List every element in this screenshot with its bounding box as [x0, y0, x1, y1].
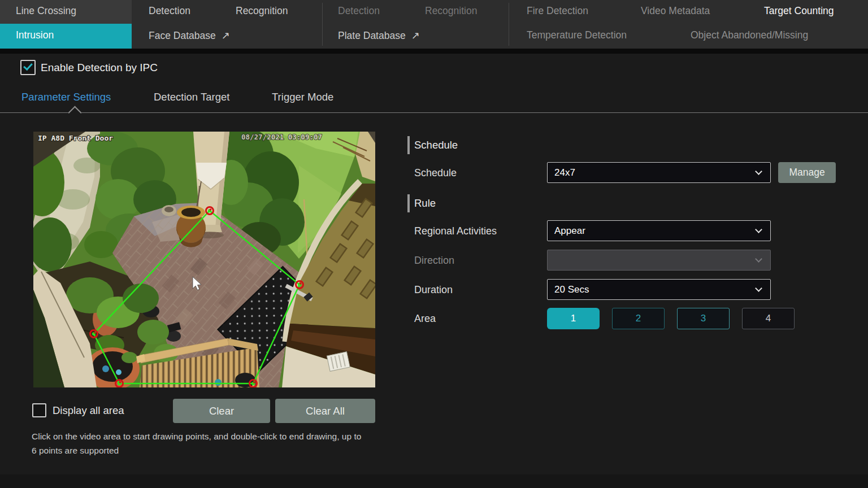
camera-scene: IP A8D Front Door 08/27/2021 03:09:07 — [33, 132, 375, 387]
duration-label: Duration — [414, 284, 453, 296]
nav-tab-recognition-plate: Recognition — [425, 5, 477, 17]
regional-activities-dropdown[interactable]: Appear — [547, 220, 771, 241]
area-button-4[interactable]: 4 — [742, 308, 795, 329]
schedule-label: Schedule — [414, 167, 457, 179]
nav-tab-object-abandoned: Object Abandoned/Missing — [691, 29, 808, 41]
nav-tab-face-database[interactable]: Face Database↗ — [149, 29, 230, 42]
area-button-2[interactable]: 2 — [612, 308, 665, 329]
nav-tab-intrusion[interactable]: Intrusion — [0, 24, 132, 49]
area-button-1[interactable]: 1 — [547, 308, 600, 329]
nav-tab-fire-detection: Fire Detection — [527, 5, 588, 17]
manage-button[interactable]: Manage — [778, 162, 836, 183]
chevron-down-icon — [755, 285, 762, 292]
nav-divider — [509, 3, 509, 46]
schedule-section-title: Schedule — [414, 139, 458, 151]
enable-detection-checkbox[interactable] — [20, 60, 36, 75]
duration-value: 20 Secs — [554, 284, 589, 295]
schedule-section-bar — [407, 136, 410, 154]
rule-section-title: Rule — [414, 197, 436, 210]
nav-tab-intrusion-label: Intrusion — [16, 29, 54, 41]
chevron-down-icon — [755, 255, 762, 263]
nav-bottom-divider — [0, 49, 868, 54]
nav-tab-video-metadata: Video Metadata — [641, 5, 710, 17]
drawing-hint-text: Click on the video area to start drawing… — [32, 429, 362, 457]
tab-detection-target[interactable]: Detection Target — [154, 91, 229, 103]
tab-parameter-settings[interactable]: Parameter Settings — [21, 91, 111, 103]
chevron-down-icon — [755, 168, 762, 175]
regional-activities-value: Appear — [554, 225, 585, 236]
nav-tab-detection-plate: Detection — [338, 5, 380, 17]
osd-camera-name: IP A8D Front Door — [38, 134, 113, 142]
tab-trigger-mode[interactable]: Trigger Mode — [272, 91, 333, 103]
nav-tab-target-counting[interactable]: Target Counting — [764, 5, 834, 17]
display-all-area-label: Display all area — [53, 404, 124, 417]
display-all-area-checkbox[interactable] — [32, 403, 46, 417]
nav-tab-face-database-label: Face Database — [149, 30, 216, 41]
tabs-divider-line — [0, 112, 868, 113]
schedule-dropdown-value: 24x7 — [554, 167, 575, 178]
nav-tab-plate-database-label: Plate Database — [338, 30, 406, 41]
video-preview-canvas[interactable]: IP A8D Front Door 08/27/2021 03:09:07 — [33, 132, 375, 387]
enable-detection-label: Enable Detection by IPC — [41, 62, 158, 74]
rule-section-bar — [407, 194, 410, 212]
area-label: Area — [414, 313, 436, 325]
regional-activities-label: Regional Activities — [414, 225, 497, 237]
checkmark-icon — [23, 61, 33, 71]
clear-all-button[interactable]: Clear All — [275, 399, 375, 423]
nav-tab-plate-database[interactable]: Plate Database↗ — [338, 29, 420, 42]
nav-tab-line-crossing[interactable]: Line Crossing — [0, 0, 132, 24]
osd-timestamp: 08/27/2021 03:09:07 — [241, 133, 322, 141]
nav-divider — [322, 3, 323, 46]
duration-dropdown[interactable]: 20 Secs — [547, 279, 771, 300]
chevron-down-icon — [755, 226, 762, 233]
direction-dropdown — [547, 250, 771, 271]
nvr-intrusion-settings-screen: Line Crossing Intrusion Detection Recogn… — [0, 0, 868, 488]
clear-button[interactable]: Clear — [173, 399, 270, 423]
top-nav: Line Crossing Intrusion Detection Recogn… — [0, 0, 868, 49]
nav-tab-temperature-detection: Temperature Detection — [527, 29, 627, 41]
active-tab-caret-icon — [68, 106, 81, 119]
schedule-dropdown[interactable]: 24x7 — [547, 162, 771, 183]
nav-tab-recognition-face[interactable]: Recognition — [236, 5, 288, 17]
external-link-icon: ↗ — [222, 30, 230, 41]
nav-tab-detection-face[interactable]: Detection — [149, 5, 190, 17]
nav-tab-line-crossing-label: Line Crossing — [16, 5, 76, 17]
footer-strip — [0, 474, 868, 488]
external-link-icon: ↗ — [411, 30, 420, 41]
area-button-3[interactable]: 3 — [677, 308, 730, 329]
direction-label: Direction — [414, 255, 454, 267]
